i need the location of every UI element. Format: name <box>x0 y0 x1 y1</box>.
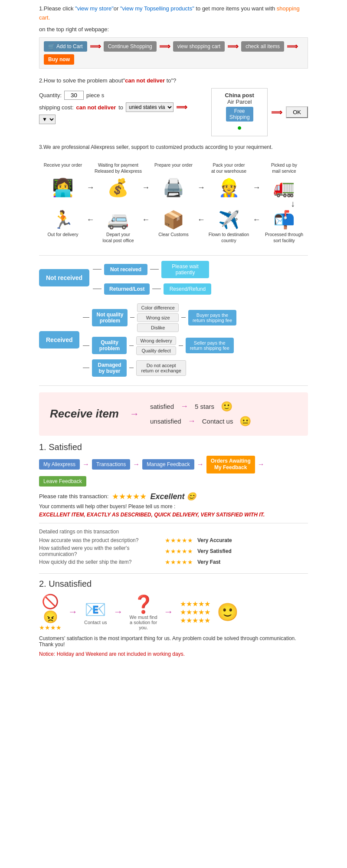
receive-banner: Receive item → satisfied → 5 stars 🙂 uns… <box>39 392 308 436</box>
flow-arrow-3: → <box>197 183 205 192</box>
satisfied-label: satisfied <box>150 403 174 410</box>
not-received-outcome-2: Resend/Refund <box>164 283 211 295</box>
ok-button[interactable]: OK <box>286 106 308 118</box>
arrow3: ⟹ <box>227 42 239 51</box>
arrow1: ⟹ <box>90 42 101 51</box>
rating-row-1: How accurate was the product description… <box>39 537 308 544</box>
flow-arrow-4: → <box>252 183 260 192</box>
fb-arrow-4: → <box>258 460 265 468</box>
process-icon-5: 🚛 <box>260 178 308 198</box>
manage-feedback-btn[interactable]: Manage Feedback <box>142 459 194 470</box>
fb-arrow-2: → <box>133 460 140 468</box>
unsat-icon-3: ❓ We must finda solution foryou. <box>130 594 157 630</box>
not-received-box-1: Not received <box>104 264 147 275</box>
shipping-option-select[interactable]: ▼ <box>39 115 56 124</box>
quality-branch: Qualityproblem Wrong delivery Quality de… <box>83 336 236 355</box>
unsat-smiley: 🙂 <box>217 602 239 622</box>
no-return-box: Do not acceptreturn or exchange <box>136 360 186 376</box>
unsat-arrow-3: → <box>164 606 174 618</box>
view-topselling-link[interactable]: "view my Topselling products" <box>120 5 194 12</box>
rating-value-3: Very Fast <box>197 559 220 565</box>
qty-label: Quantity: <box>39 92 62 99</box>
transactions-btn[interactable]: Transactions <box>92 459 130 470</box>
flow-arrow-6: ← <box>142 215 150 224</box>
china-post-title: China post <box>217 92 262 99</box>
process-label-7: Depart yourlocal post office <box>95 232 142 243</box>
step3-text: 3.We are professional Aliexpress seller,… <box>39 144 308 150</box>
add-to-cart-button[interactable]: 🛒 Add to Cart <box>44 41 87 52</box>
receive-arrow: → <box>130 408 139 420</box>
cart-flow: 🛒 Add to Cart ⟹ Continue Shopping ⟹ view… <box>39 37 308 69</box>
quality-box: Qualityproblem <box>92 337 127 354</box>
dot-indicator: ● <box>217 123 262 132</box>
wrong-size-box: Wrong size <box>137 313 178 322</box>
process-label-9: Flown to destinationcountry <box>205 232 253 243</box>
orders-awaiting-btn[interactable]: Orders AwaitingMy Feedback <box>206 456 255 473</box>
flow-arrow-5: ← <box>87 215 95 224</box>
buyer-pays-outcome: Buyer pays thereturn shipping fee <box>188 310 236 326</box>
flow-arrow-1: → <box>87 183 95 192</box>
buy-now-button[interactable]: Buy now <box>44 54 74 65</box>
process-label-1: Receive your order <box>39 162 87 174</box>
cant-deliver-text: can not deliver <box>76 104 116 111</box>
satisfied-section: 1. Satisfied My Aliexpress → Transaction… <box>39 442 308 566</box>
rating-label-3: How quickly did the seller ship the item… <box>39 559 160 565</box>
not-received-box-2: Returned/Lost <box>104 283 150 295</box>
shipping-method-select[interactable]: unied states via <box>126 102 174 112</box>
step2-title: 2.How to solve the problem about"can not… <box>39 76 308 85</box>
cart-icon: 🛒 <box>48 43 55 49</box>
process-label-6: Out for delivery <box>39 232 87 243</box>
ship-arrow2: ⟹ <box>271 108 282 117</box>
process-icon-3: 🖨️ <box>150 178 197 198</box>
leave-feedback-btn[interactable]: Leave Feedback <box>39 476 86 487</box>
unsat-arrow-2: → <box>114 606 123 618</box>
my-aliexpress-btn[interactable]: My Aliexpress <box>39 459 80 470</box>
excellent-text: Excellent 😊 <box>150 492 196 501</box>
ratings-title: Detailed ratings on this transaction <box>39 529 308 535</box>
process-label-5: Picked up bymail service <box>260 162 308 174</box>
flow-arrow-2: → <box>142 183 150 192</box>
continue-shopping-button[interactable]: Continue Shopping <box>104 41 157 52</box>
ship-row: shipping cost: can not deliver to unied … <box>39 102 203 124</box>
process-icon-2: 💰 <box>95 178 142 198</box>
process-icon-10: 📬 <box>260 210 308 230</box>
process-label-10: Processed throughsort facility <box>260 232 308 243</box>
rating-row-3: How quickly did the seller ship the item… <box>39 559 308 566</box>
ship-label: shipping cost: <box>39 104 74 111</box>
notice-text: Customers' satisfaction is the most impo… <box>39 635 308 648</box>
fb-arrow-1: → <box>82 460 89 468</box>
view-store-link[interactable]: "view my store" <box>75 5 114 12</box>
flow-arrow-7: ← <box>197 215 205 224</box>
seller-pays-outcome: Seller pays thereturn shipping fee <box>186 338 234 353</box>
received-root: Received <box>39 331 79 349</box>
rating-label-2: How satisfied were you with the seller's… <box>39 545 160 557</box>
satisfied-header: 1. Satisfied <box>39 442 308 452</box>
satisfied-arrow: → <box>180 402 188 411</box>
process-icon-4: 👷 <box>205 178 253 198</box>
not-quality-box: Not qualityproblem <box>92 309 128 326</box>
unsat-arrow-1: → <box>68 606 78 618</box>
damaged-box: Damagedby buyer <box>92 359 127 377</box>
check-all-button[interactable]: check all items <box>241 41 284 52</box>
qty-row: Quantity: piece s <box>39 91 203 100</box>
unsat-flow: 🚫 😠 ★★★★ → 📧 Contact us → ❓ We must find… <box>39 593 308 631</box>
rate-stars: ★★★★★ <box>112 492 147 501</box>
process-label-2: Waiting for paymentReleased by Aliexpres… <box>95 162 142 174</box>
not-received-root: Not received <box>39 269 89 286</box>
unsat-icon-2: 📧 Contact us <box>84 599 107 625</box>
unsatisfied-row: unsatisfied → Contact us 😐 <box>150 416 251 427</box>
quality-defect-box: Quality defect <box>136 346 176 355</box>
rating-row-2: How satisfied were you with the seller's… <box>39 545 308 557</box>
process-icon-8: 📦 <box>150 210 197 230</box>
ship-arrow1: ⟹ <box>176 102 187 112</box>
wrong-delivery-box: Wrong delivery <box>136 336 176 345</box>
color-diff-box: Color difference <box>137 303 178 312</box>
view-cart-button[interactable]: view shopping cart <box>173 41 225 52</box>
rating-stars-1: ★★★★★ <box>165 537 193 544</box>
qty-input[interactable] <box>64 91 84 100</box>
excellent-caption: EXCELLENT ITEM, EXACTLY AS DESCRIBED, QU… <box>39 512 308 518</box>
process-icon-6: 🏃 <box>39 210 87 230</box>
unsat-icon-1: 🚫 😠 ★★★★ <box>39 593 62 631</box>
satisfied-row: satisfied → 5 stars 🙂 <box>150 401 251 412</box>
rate-row: Please rate this transaction: ★★★★★ Exce… <box>39 492 308 501</box>
